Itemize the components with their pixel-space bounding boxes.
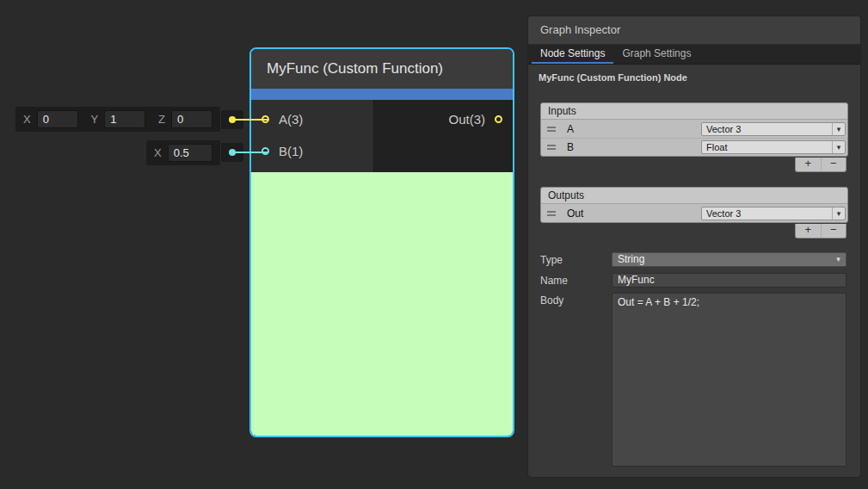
- type-label: Type: [540, 254, 612, 266]
- inputs-list-row-b[interactable]: B Float ▾: [541, 138, 847, 156]
- edge-b-wire[interactable]: [231, 152, 268, 153]
- outputs-list: Outputs Out Vector 3 ▾: [540, 187, 848, 223]
- chevron-down-icon: ▾: [832, 207, 845, 220]
- edge-a-wire[interactable]: [231, 119, 268, 121]
- output-out-type-dropdown[interactable]: Vector 3 ▾: [701, 207, 846, 220]
- drag-handle-icon[interactable]: [547, 211, 556, 216]
- chevron-down-icon: ▾: [832, 141, 845, 153]
- vector3-y-field[interactable]: 1: [104, 110, 145, 128]
- tab-graph-settings[interactable]: Graph Settings: [613, 45, 699, 64]
- input-port-b-row: B(1): [251, 135, 373, 167]
- input-port-a-row: A(3): [251, 103, 373, 135]
- inputs-list: Inputs A Vector 3 ▾ B Float ▾: [540, 102, 848, 157]
- dropdown-value: Vector 3: [702, 123, 832, 135]
- float-input-widget: X 0.5: [146, 140, 220, 165]
- output-port-label: Out(3): [448, 112, 485, 127]
- name-field[interactable]: MyFunc: [612, 273, 846, 288]
- node-preview: [251, 172, 513, 436]
- add-output-button[interactable]: +: [796, 224, 821, 238]
- chevron-down-icon: ▾: [832, 123, 845, 135]
- name-row: Name MyFunc: [540, 273, 846, 288]
- inspector-tabbar: Node Settings Graph Settings: [528, 45, 860, 65]
- type-dropdown[interactable]: String ▾: [612, 252, 846, 267]
- float-x-field[interactable]: 0.5: [168, 144, 212, 162]
- node-title[interactable]: MyFunc (Custom Function): [251, 49, 513, 89]
- output-out-name: Out: [567, 207, 583, 220]
- vector3-x-field[interactable]: 0: [37, 110, 78, 128]
- node-output-ports: Out(3): [374, 100, 513, 172]
- node-settings-heading: MyFunc (Custom Function) Node: [539, 72, 687, 83]
- inputs-list-row-a[interactable]: A Vector 3 ▾: [541, 120, 847, 138]
- shader-graph-window: X 0 Y 1 Z 0 X 0.5 MyFunc (Custom Functio…: [0, 0, 868, 489]
- axis-label-x: X: [23, 113, 31, 126]
- vector3-y-pair: Y 1: [91, 110, 146, 128]
- output-port-icon[interactable]: [495, 115, 502, 123]
- name-label: Name: [540, 275, 612, 287]
- myfunc-node[interactable]: MyFunc (Custom Function) A(3) B(1) Out(3…: [249, 47, 514, 437]
- inputs-list-footer: + −: [795, 158, 846, 172]
- axis-label-x: X: [154, 146, 162, 159]
- output-port-row: Out(3): [374, 103, 513, 135]
- outputs-list-header: Outputs: [541, 188, 847, 204]
- input-b-name: B: [567, 141, 574, 153]
- drag-handle-icon[interactable]: [547, 127, 556, 132]
- dropdown-value: Vector 3: [702, 207, 832, 220]
- axis-label-y: Y: [91, 113, 99, 126]
- outputs-list-row-out[interactable]: Out Vector 3 ▾: [541, 204, 847, 222]
- input-port-b-label: B(1): [279, 144, 303, 158]
- dropdown-value: String: [613, 253, 831, 266]
- dropdown-value: Float: [702, 141, 832, 153]
- node-input-ports: A(3) B(1): [251, 100, 374, 172]
- input-a-name: A: [567, 123, 574, 135]
- type-row: Type String ▾: [540, 252, 846, 267]
- body-label: Body: [540, 294, 612, 306]
- node-ports-area: A(3) B(1) Out(3): [251, 100, 513, 172]
- input-a-type-dropdown[interactable]: Vector 3 ▾: [701, 122, 846, 136]
- chevron-down-icon: ▾: [831, 253, 846, 266]
- float-x-pair: X 0.5: [154, 144, 212, 162]
- vector3-x-pair: X 0: [23, 110, 78, 128]
- graph-inspector-panel: Graph Inspector Node Settings Graph Sett…: [527, 15, 861, 478]
- drag-handle-icon[interactable]: [547, 145, 556, 150]
- inspector-header[interactable]: Graph Inspector: [528, 16, 860, 45]
- remove-output-button[interactable]: −: [821, 224, 846, 238]
- body-field[interactable]: Out = A + B + 1/2;: [612, 293, 846, 467]
- remove-input-button[interactable]: −: [821, 158, 846, 171]
- node-accent-bar: [251, 89, 513, 100]
- inspector-title: Graph Inspector: [540, 23, 620, 36]
- tab-node-settings[interactable]: Node Settings: [532, 45, 613, 64]
- add-input-button[interactable]: +: [796, 158, 821, 171]
- input-b-type-dropdown[interactable]: Float ▾: [701, 140, 846, 154]
- inputs-list-header: Inputs: [541, 103, 847, 120]
- input-port-a-label: A(3): [279, 112, 303, 127]
- outputs-list-footer: + −: [795, 224, 846, 238]
- vector3-z-pair: Z 0: [158, 110, 212, 128]
- vector3-z-field[interactable]: 0: [171, 110, 212, 128]
- inspector-content: MyFunc (Custom Function) Node Inputs A V…: [528, 65, 860, 477]
- vector3-input-widget: X 0 Y 1 Z 0: [15, 107, 220, 132]
- axis-label-z: Z: [158, 113, 165, 126]
